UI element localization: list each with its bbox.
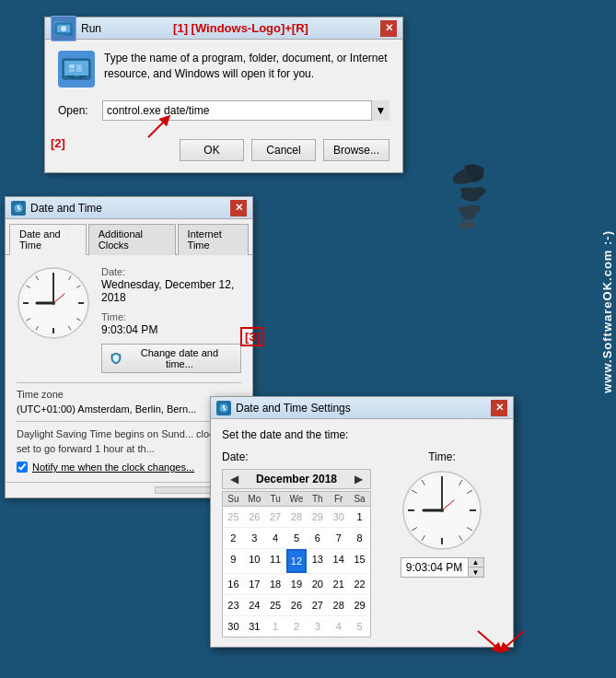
cal-cell[interactable]: 25: [223, 507, 244, 527]
datetime-titlebar-left: Date and Time: [11, 201, 102, 216]
cal-cell[interactable]: 15: [349, 549, 370, 573]
tab-internet-time[interactable]: Internet Time: [178, 224, 249, 255]
cal-cell[interactable]: 22: [349, 574, 370, 594]
run-open-label: Open:: [58, 104, 95, 117]
cal-cell[interactable]: 1: [265, 616, 286, 637]
cal-cell[interactable]: 17: [244, 574, 265, 594]
cal-cell[interactable]: 5: [349, 616, 370, 637]
cal-cell[interactable]: 21: [328, 574, 349, 594]
cal-cell[interactable]: 23: [223, 595, 244, 615]
run-open-input[interactable]: [102, 100, 389, 121]
cal-cell[interactable]: 8: [349, 528, 370, 548]
time-input-row: ▲ ▼: [401, 557, 484, 578]
run-titlebar: Run [1] [Windows-Logo]+[R] ✕: [45, 18, 402, 40]
cal-row-4: 16 17 18 19 20 21 22: [223, 574, 370, 595]
svg-point-2: [61, 26, 66, 31]
cal-cell[interactable]: 16: [223, 574, 244, 594]
change-datetime-button[interactable]: Change date and time...: [101, 344, 241, 373]
cal-cell[interactable]: 19: [286, 574, 308, 594]
svg-rect-10: [76, 64, 82, 72]
cal-cell[interactable]: 30: [223, 616, 244, 637]
cal-cell[interactable]: 28: [328, 595, 349, 615]
change-btn-wrapper: Change date and time... [3]: [101, 344, 241, 373]
run-buttons: OK Cancel Browse...: [58, 134, 389, 165]
svg-rect-8: [69, 64, 75, 68]
cal-cell[interactable]: 2: [223, 528, 244, 548]
calendar-next-button[interactable]: ▶: [351, 473, 366, 485]
cal-cell[interactable]: 24: [244, 595, 265, 615]
tab-date-and-time[interactable]: Date and Time: [9, 224, 87, 255]
cal-row-2: 2 3 4 5 6 7 8: [223, 528, 370, 549]
svg-point-36: [52, 301, 55, 305]
annotation-2: [2]: [51, 136, 65, 150]
cal-row-5: 23 24 25 26 27 28 29: [223, 595, 370, 616]
cal-cell[interactable]: 29: [307, 507, 328, 527]
run-close-button[interactable]: ✕: [380, 20, 397, 37]
cal-cell[interactable]: 3: [244, 528, 265, 548]
cal-cell[interactable]: 30: [328, 507, 349, 527]
run-cancel-button[interactable]: Cancel: [251, 139, 316, 161]
time-section: Time:: [382, 450, 502, 637]
cal-cell[interactable]: 26: [244, 507, 265, 527]
svg-point-57: [440, 508, 444, 512]
cal-cell[interactable]: 3: [307, 616, 328, 637]
shield-icon: [110, 352, 122, 365]
run-dropdown-arrow[interactable]: ▼: [371, 100, 389, 121]
run-dialog: Run [1] [Windows-Logo]+[R] ✕ Type the na…: [44, 17, 403, 173]
notify-checkbox[interactable]: [17, 462, 28, 473]
cal-cell[interactable]: 27: [265, 507, 286, 527]
cal-cell[interactable]: 26: [286, 595, 308, 615]
calendar-prev-button[interactable]: ◀: [227, 473, 242, 485]
cal-cell[interactable]: 7: [328, 528, 349, 548]
run-description: Type the name of a program, folder, docu…: [104, 51, 389, 82]
cal-header-mo: Mo: [244, 492, 265, 506]
cal-header-fr: Fr: [328, 492, 349, 506]
cal-cell[interactable]: 1: [349, 507, 370, 527]
svg-rect-6: [79, 76, 87, 77]
time-up-button[interactable]: ▲: [469, 558, 483, 567]
settings-body: Set the date and the time: Date: ◀ Decem…: [211, 419, 513, 647]
datetime-close-button[interactable]: ✕: [230, 200, 247, 216]
cal-cell[interactable]: 14: [328, 549, 349, 573]
cal-cell[interactable]: 6: [307, 528, 328, 548]
cal-cell[interactable]: 4: [265, 528, 286, 548]
cal-header-we: We: [286, 492, 308, 506]
cal-cell[interactable]: 11: [265, 549, 286, 573]
cal-cell[interactable]: 9: [223, 549, 244, 573]
time-field[interactable]: [401, 559, 468, 576]
clock-and-info: Date: Wednesday, December 12, 2018 Time:…: [17, 266, 241, 373]
timezone-value: (UTC+01:00) Amsterdam, Berlin, Bern...: [17, 403, 241, 415]
calendar-date-label: Date:: [222, 450, 371, 463]
svg-point-12: [450, 162, 486, 187]
cal-cell[interactable]: 2: [286, 616, 308, 637]
cal-row-6: 30 31 1 2 3 4 5: [223, 616, 370, 637]
cal-cell[interactable]: 28: [286, 507, 308, 527]
time-label: Time:: [101, 311, 241, 322]
tab-additional-clocks[interactable]: Additional Clocks: [88, 224, 176, 255]
time-down-button[interactable]: ▼: [469, 567, 483, 577]
cal-cell-selected[interactable]: 12: [286, 549, 308, 573]
settings-close-button[interactable]: ✕: [491, 400, 507, 416]
run-browse-button[interactable]: Browse...: [323, 139, 389, 161]
settings-titlebar-left: Date and Time Settings: [216, 401, 351, 415]
cal-cell[interactable]: 27: [307, 595, 328, 615]
cal-cell[interactable]: 29: [349, 595, 370, 615]
datetime-titlebar: Date and Time ✕: [6, 197, 252, 219]
cal-cell[interactable]: 31: [244, 616, 265, 637]
cal-cell[interactable]: 20: [307, 574, 328, 594]
cal-cell[interactable]: 5: [286, 528, 308, 548]
run-titlebar-left: Run: [51, 16, 101, 41]
cal-cell[interactable]: 4: [328, 616, 349, 637]
run-ok-button[interactable]: OK: [180, 139, 244, 161]
cal-row-3: 9 10 11 12 13 14 15: [223, 549, 370, 574]
cal-cell[interactable]: 13: [307, 549, 328, 573]
cal-cell[interactable]: 25: [265, 595, 286, 615]
svg-rect-7: [71, 77, 82, 78]
notify-row: Notify me when the clock changes...: [17, 462, 241, 473]
datetime-title: Date and Time: [30, 202, 102, 215]
calendar-month-year: December 2018: [256, 473, 337, 485]
cal-cell[interactable]: 10: [244, 549, 265, 573]
cal-cell[interactable]: 18: [265, 574, 286, 594]
timezone-section: Time zone (UTC+01:00) Amsterdam, Berlin,…: [17, 382, 241, 415]
calendar-nav: ◀ December 2018 ▶: [222, 469, 371, 489]
